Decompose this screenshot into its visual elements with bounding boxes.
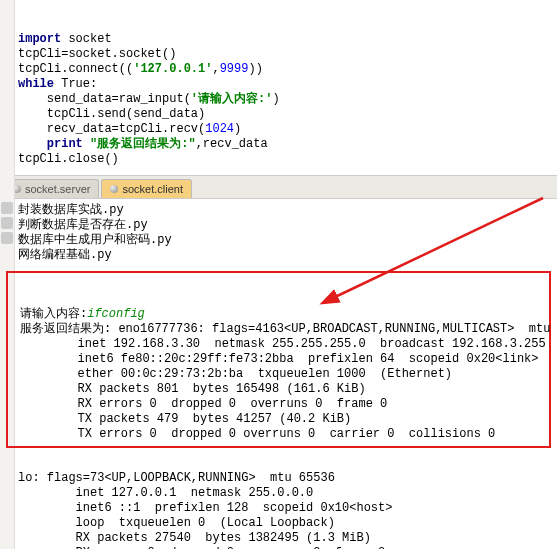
list-item: 网络编程基础.py <box>18 248 557 263</box>
code-keyword: print <box>47 137 83 151</box>
stop-icon[interactable] <box>1 217 13 229</box>
list-item: 判断数据库是否存在.py <box>18 218 557 233</box>
code-keyword: while <box>18 77 54 91</box>
list-item: 封装数据库实战.py <box>18 203 557 218</box>
run-status-icon <box>110 185 118 193</box>
tab-socket-client[interactable]: socket.client <box>101 179 192 198</box>
console-gutter <box>0 199 15 267</box>
code-number: 9999 <box>220 62 249 76</box>
output-line: RX packets 27540 bytes 1382495 (1.3 MiB) <box>18 531 371 545</box>
output-line: inet 192.168.3.30 netmask 255.255.255.0 … <box>20 337 546 351</box>
rerun-icon[interactable] <box>1 202 13 214</box>
pause-icon[interactable] <box>1 232 13 244</box>
code-text: tcpCli.connect(( <box>18 62 133 76</box>
tab-label: socket.client <box>122 183 183 195</box>
output-line: ether 00:0c:29:73:2b:ba txqueuelen 1000 … <box>20 367 452 381</box>
tab-socket-server[interactable]: socket.server <box>4 179 99 198</box>
input-prompt: 请输入内容: <box>20 307 87 321</box>
code-text: socket <box>61 32 111 46</box>
tab-label: socket.server <box>25 183 90 195</box>
output-line: inet6 ::1 prefixlen 128 scopeid 0x10<hos… <box>18 501 392 515</box>
output-line: inet6 fe80::20c:29ff:fe73:2bba prefixlen… <box>20 352 538 366</box>
highlighted-output: 请输入内容:ifconfig 服务返回结果为: eno16777736: fla… <box>6 271 551 448</box>
user-input: ifconfig <box>87 307 145 321</box>
code-editor[interactable]: import socket tcpCli=socket.socket() tcp… <box>0 0 557 175</box>
code-text: tcpCli=socket.socket() <box>18 47 176 61</box>
output-line: lo: flags=73<UP,LOOPBACK,RUNNING> mtu 65… <box>18 471 335 485</box>
code-string: "服务返回结果为:" <box>90 137 196 151</box>
code-string: '127.0.0.1' <box>133 62 212 76</box>
file-list: 封装数据库实战.py 判断数据库是否存在.py 数据库中生成用户和密码.py 网… <box>0 199 557 267</box>
output-line: RX errors 0 dropped 0 overruns 0 frame 0 <box>20 397 387 411</box>
output-line: TX errors 0 dropped 0 overruns 0 carrier… <box>20 427 495 441</box>
result-label: 服务返回结果为: <box>20 322 118 336</box>
output-line: eno16777736: flags=4163<UP,BROADCAST,RUN… <box>118 322 550 336</box>
output-line: inet 127.0.0.1 netmask 255.0.0.0 <box>18 486 313 500</box>
output-line: RX packets 801 bytes 165498 (161.6 KiB) <box>20 382 366 396</box>
output-line: loop txqueuelen 0 (Local Loopback) <box>18 516 335 530</box>
list-item: 数据库中生成用户和密码.py <box>18 233 557 248</box>
code-keyword: import <box>18 32 61 46</box>
code-string: '请输入内容:' <box>191 92 273 106</box>
code-number: 1024 <box>205 122 234 136</box>
run-tabs-bar: socket.server socket.client <box>0 175 557 199</box>
output-line: TX packets 479 bytes 41257 (40.2 KiB) <box>20 412 351 426</box>
console-output: lo: flags=73<UP,LOOPBACK,RUNNING> mtu 65… <box>0 452 557 549</box>
